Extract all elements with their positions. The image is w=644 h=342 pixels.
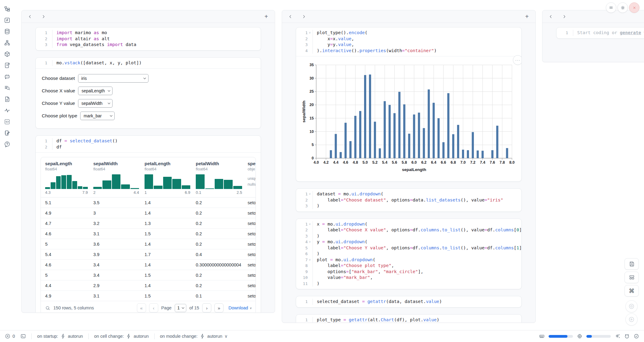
run-button[interactable] — [625, 313, 638, 326]
fold-chevron-icon[interactable]: ∨ — [308, 30, 312, 36]
chart-bar[interactable] — [423, 128, 425, 158]
xy-plot-dropdown-cell[interactable]: 1∨x = mo.ui.dropdown(2 label="Choose X v… — [296, 219, 522, 290]
code-text[interactable]: ) — [317, 281, 320, 287]
chart-bar[interactable] — [418, 112, 420, 158]
chart-bar[interactable] — [491, 150, 493, 158]
chart-bar[interactable] — [354, 116, 356, 158]
code-text[interactable]: import marimo as mo — [56, 30, 107, 36]
dataset-select[interactable]: iris — [78, 74, 148, 83]
altair-bar-chart[interactable]: 4.04.24.44.64.85.05.25.45.65.86.06.26.46… — [301, 61, 517, 177]
table-row[interactable]: 4.42.91.40.2setos — [41, 280, 256, 291]
save-button[interactable] — [624, 258, 639, 270]
chart-bar[interactable] — [447, 93, 449, 158]
column-header[interactable]: sepalLengthfloat644.37.9 — [45, 161, 93, 195]
column-forward-button[interactable] — [300, 13, 307, 20]
code-text[interactable]: y=y.value, — [317, 42, 354, 48]
chart-bar[interactable] — [340, 152, 342, 158]
column-header[interactable]: sepalWidthfloat6424.4 — [93, 161, 145, 195]
code-text[interactable]: ) — [317, 251, 320, 257]
chart-bar[interactable] — [467, 150, 469, 158]
chat-button[interactable] — [2, 72, 12, 81]
column-header[interactable]: petalLengthfloat6416.9 — [145, 161, 196, 195]
documentation-button[interactable] — [2, 94, 12, 104]
chart-bar[interactable] — [496, 126, 498, 158]
chart-bar[interactable] — [379, 148, 381, 158]
dataframe-cell[interactable]: 1df = selected_dataset()2df sepalLengthf… — [35, 135, 261, 312]
code-text[interactable]: label="Choose dataset", options=data.lis… — [317, 197, 503, 203]
chart-bar[interactable] — [438, 118, 440, 158]
code-text[interactable]: df = selected_dataset() — [56, 138, 118, 144]
code-text[interactable]: y = mo.ui.dropdown( — [317, 239, 367, 245]
column-header[interactable]: specobjeuniqunulls: — [248, 161, 256, 195]
chart-bar[interactable] — [408, 134, 410, 158]
chart-bar[interactable] — [345, 123, 347, 158]
code-text[interactable]: ) — [317, 203, 320, 209]
plot-type-select[interactable]: mark_bar — [80, 112, 115, 120]
column-back-button[interactable] — [547, 13, 554, 20]
ai-sparkles-icon[interactable] — [615, 333, 620, 339]
fold-chevron-icon[interactable]: ∨ — [308, 239, 312, 245]
prev-page-button[interactable]: ‹ — [149, 303, 158, 312]
error-count-button[interactable]: 0 — [5, 333, 15, 339]
logs-button[interactable] — [2, 61, 12, 70]
fold-chevron-icon[interactable]: ∨ — [308, 191, 312, 197]
code-text[interactable]: df — [56, 144, 62, 150]
vstack-cell[interactable]: 1mo.vstack([dataset, x, y, plot]) Choose… — [35, 57, 261, 129]
chart-bar[interactable] — [388, 105, 391, 158]
chart-bar[interactable] — [506, 148, 508, 158]
code-text[interactable]: mo.vstack([dataset, x, y, plot]) — [56, 60, 141, 66]
chart-bar[interactable] — [403, 104, 405, 158]
code-text[interactable]: x = mo.ui.dropdown( — [317, 221, 367, 227]
settings-button[interactable] — [617, 2, 628, 13]
chart-bar[interactable] — [384, 101, 386, 158]
table-row[interactable]: 5.13.51.40.2setos — [41, 198, 256, 208]
on-module-change-setting[interactable]: on module change: autorun ∨ — [160, 333, 228, 339]
table-row[interactable]: 4.73.21.30.2setos — [41, 218, 256, 229]
dataset-dropdown-cell[interactable]: 1∨dataset = mo.ui.dropdown(2 label="Choo… — [296, 188, 522, 212]
code-text[interactable]: dataset = mo.ui.dropdown( — [317, 191, 383, 197]
selected-dataset-cell[interactable]: 1selected_dataset = getattr(data, datase… — [296, 296, 522, 308]
code-text[interactable]: label="Choose X value", options=df.colum… — [317, 227, 522, 233]
code-text[interactable]: ).interactive().properties(width="contai… — [317, 48, 437, 54]
file-tree-button[interactable] — [2, 4, 12, 13]
code-text[interactable]: label="Choose plot type", — [317, 263, 394, 269]
code-text[interactable]: options=["mark_bar", "mark_circle"], — [317, 269, 423, 275]
tracing-button[interactable] — [2, 106, 12, 115]
y-value-select[interactable]: sepalWidth — [78, 99, 113, 108]
chart-bar[interactable] — [369, 74, 371, 158]
plot-type-cell[interactable]: 1plot_type = getattr(alt.Chart(df), plot… — [296, 314, 522, 323]
chart-bar[interactable] — [457, 125, 459, 158]
chart-bar[interactable] — [462, 150, 464, 158]
fold-chevron-icon[interactable]: ∨ — [308, 221, 312, 227]
column-back-button[interactable] — [27, 13, 33, 20]
chart-cell[interactable]: 1∨plot_type().encode(2 x=x.value,3 y=y.v… — [296, 27, 522, 182]
code-text[interactable]: plot = mo.ui.dropdown( — [317, 257, 375, 263]
first-page-button[interactable]: « — [137, 303, 146, 312]
table-row[interactable]: 53.61.40.2setos — [41, 239, 256, 249]
column-header[interactable]: petalWidthfloat640.12.5 — [196, 161, 248, 195]
assistant-bot-icon[interactable] — [624, 333, 630, 339]
menu-button[interactable] — [606, 2, 616, 13]
on-cell-change-setting[interactable]: on cell change: autorun — [94, 333, 149, 339]
stop-button[interactable] — [625, 300, 638, 312]
table-row[interactable]: 4.93.11.50.1setos — [41, 291, 256, 301]
code-text[interactable]: ) — [317, 233, 320, 239]
chart-bar[interactable] — [477, 151, 479, 158]
code-text[interactable]: plot_type().encode( — [317, 30, 367, 36]
terminal-button[interactable] — [20, 333, 26, 339]
code-text[interactable]: label="Choose Y value", options=df.colum… — [317, 245, 522, 251]
on-startup-setting[interactable]: on startup: autorun — [37, 333, 83, 339]
chart-bar[interactable] — [472, 132, 474, 158]
chart-bar[interactable] — [374, 122, 376, 158]
chart-bar[interactable] — [433, 103, 435, 158]
column-forward-button[interactable] — [561, 13, 567, 20]
datasources-button[interactable] — [2, 27, 12, 36]
chart-bar[interactable] — [359, 111, 361, 158]
chart-bar[interactable] — [413, 115, 415, 158]
last-page-button[interactable]: » — [214, 303, 224, 312]
add-cell-button[interactable]: + — [523, 13, 531, 20]
code-text[interactable]: x=x.value, — [317, 36, 354, 42]
table-row[interactable]: 53.41.50.2setos — [41, 270, 256, 280]
column-forward-button[interactable] — [40, 13, 47, 20]
functions-button[interactable] — [2, 16, 12, 25]
